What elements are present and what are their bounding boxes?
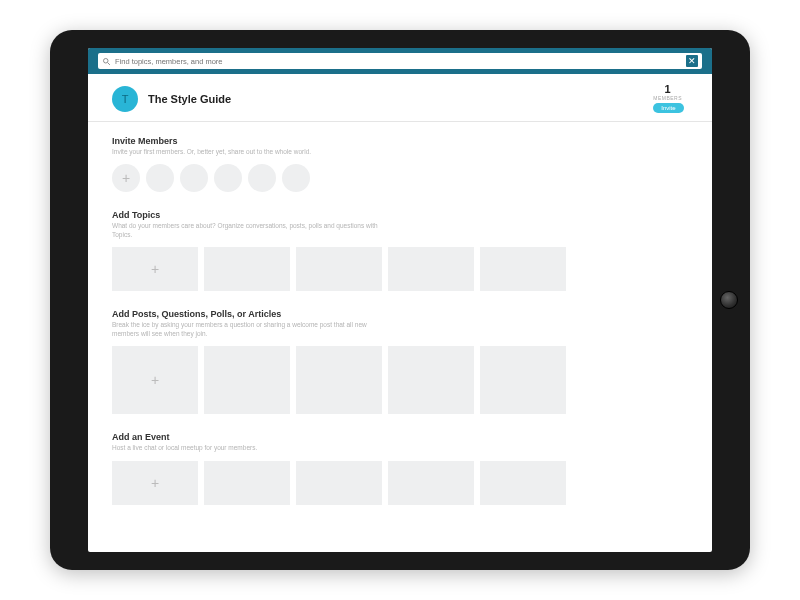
community-title: The Style Guide <box>148 93 653 105</box>
event-slot <box>296 461 382 505</box>
event-slot <box>480 461 566 505</box>
invite-button[interactable]: Invite <box>653 103 683 113</box>
topic-slot <box>204 247 290 291</box>
svg-line-1 <box>108 63 110 65</box>
tablet-frame: ✕ T The Style Guide 1 MEMBERS Invite Inv… <box>50 30 750 570</box>
plus-icon: + <box>151 373 159 387</box>
section-title: Add Posts, Questions, Polls, or Articles <box>112 309 688 319</box>
post-slot <box>388 346 474 414</box>
event-slot <box>204 461 290 505</box>
post-slot <box>480 346 566 414</box>
add-topic-button[interactable]: + <box>112 247 198 291</box>
community-avatar: T <box>112 86 138 112</box>
search-input[interactable] <box>111 53 686 69</box>
close-icon[interactable]: ✕ <box>686 55 698 67</box>
section-subtitle: Break the ice by asking your members a q… <box>112 321 392 338</box>
add-topics-section: Add Topics What do your members care abo… <box>112 210 688 291</box>
member-slot <box>214 164 242 192</box>
event-slot <box>388 461 474 505</box>
member-slot <box>248 164 276 192</box>
topic-slot <box>296 247 382 291</box>
member-slot <box>180 164 208 192</box>
member-count-block: 1 MEMBERS <box>653 84 682 101</box>
section-subtitle: Invite your first members. Or, better ye… <box>112 148 392 156</box>
topic-slot <box>388 247 474 291</box>
add-posts-section: Add Posts, Questions, Polls, or Articles… <box>112 309 688 414</box>
section-title: Add Topics <box>112 210 688 220</box>
search-icon <box>102 52 111 70</box>
section-subtitle: Host a live chat or local meetup for you… <box>112 444 392 452</box>
community-header: T The Style Guide 1 MEMBERS Invite <box>88 74 712 122</box>
post-slot <box>296 346 382 414</box>
section-subtitle: What do your members care about? Organiz… <box>112 222 392 239</box>
member-count: 1 <box>653 84 682 95</box>
topic-cards: + <box>112 247 688 291</box>
home-button[interactable] <box>720 291 738 309</box>
section-title: Invite Members <box>112 136 688 146</box>
section-title: Add an Event <box>112 432 688 442</box>
event-cards: + <box>112 461 688 505</box>
content-area: Invite Members Invite your first members… <box>88 122 712 552</box>
screen: ✕ T The Style Guide 1 MEMBERS Invite Inv… <box>88 48 712 552</box>
plus-icon: + <box>122 171 130 185</box>
member-slots: + <box>112 164 688 192</box>
plus-icon: + <box>151 262 159 276</box>
post-slot <box>204 346 290 414</box>
top-bar: ✕ <box>88 48 712 74</box>
svg-point-0 <box>104 59 109 64</box>
member-slot <box>282 164 310 192</box>
member-label: MEMBERS <box>653 95 682 101</box>
member-slot <box>146 164 174 192</box>
topic-slot <box>480 247 566 291</box>
add-post-button[interactable]: + <box>112 346 198 414</box>
add-event-section: Add an Event Host a live chat or local m… <box>112 432 688 504</box>
post-cards: + <box>112 346 688 414</box>
add-member-button[interactable]: + <box>112 164 140 192</box>
add-event-button[interactable]: + <box>112 461 198 505</box>
plus-icon: + <box>151 476 159 490</box>
search-box[interactable]: ✕ <box>98 53 702 69</box>
invite-members-section: Invite Members Invite your first members… <box>112 136 688 192</box>
